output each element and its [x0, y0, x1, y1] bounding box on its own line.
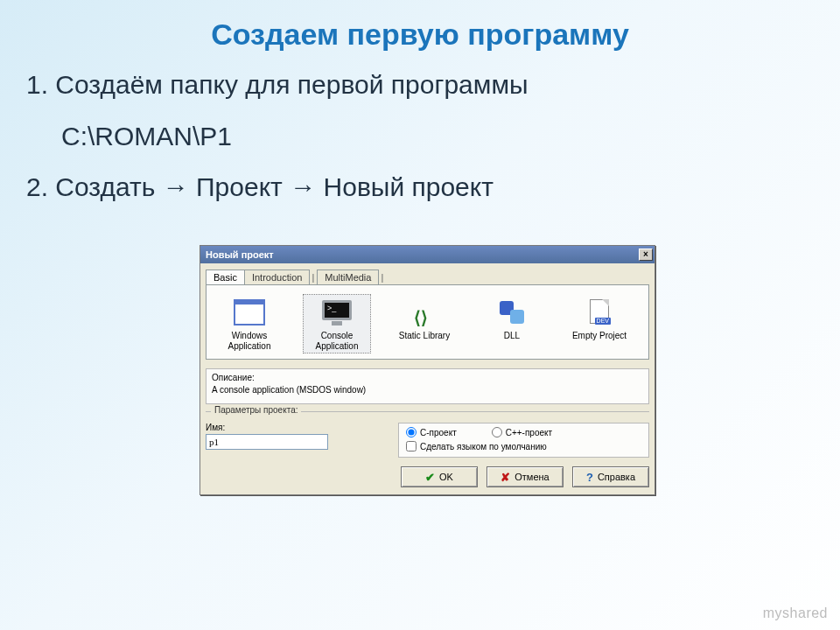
- radio-cpp-project[interactable]: C++-проект: [492, 427, 552, 438]
- close-button[interactable]: ×: [639, 248, 653, 261]
- step-2-prefix: 2. Создать: [26, 172, 163, 201]
- description-box: Описание: A console application (MSDOS w…: [206, 368, 649, 404]
- arrow-icon: →: [163, 172, 189, 201]
- tab-multimedia[interactable]: MultiMedia: [317, 270, 379, 284]
- radio-c-label: C-проект: [420, 428, 457, 438]
- folder-path: C:\ROMAN\P1: [61, 119, 822, 155]
- tab-strip: Basic Introduction | MultiMedia |: [206, 267, 649, 284]
- template-label: DLL: [480, 331, 543, 341]
- radio-c-input[interactable]: [406, 427, 416, 438]
- template-dll[interactable]: DLL: [478, 294, 546, 354]
- new-project-dialog: Новый проект × Basic Introduction | Mult…: [200, 245, 655, 495]
- tab-introduction[interactable]: Introduction: [244, 270, 310, 284]
- project-params: Параметры проекта: Имя: C-проект: [206, 411, 649, 487]
- radio-cpp-label: C++-проект: [506, 428, 552, 438]
- cancel-label: Отмена: [514, 472, 549, 482]
- radio-c-project[interactable]: C-проект: [406, 427, 457, 438]
- template-console-app[interactable]: Console Application: [303, 294, 371, 354]
- checkbox-default-label: Сделать языком по умолчанию: [420, 442, 547, 452]
- ok-button[interactable]: ✔ OK: [401, 466, 478, 487]
- puzzle-icon: [494, 298, 529, 327]
- name-label: Имя:: [206, 423, 381, 432]
- checkbox-default-language[interactable]: Сделать языком по умолчанию: [406, 441, 641, 452]
- step-2-suffix: Новый проект: [316, 172, 494, 201]
- dialog-title: Новый проект: [206, 249, 274, 260]
- template-empty-project[interactable]: DEV Empty Project: [565, 294, 634, 354]
- tab-separator: |: [309, 272, 317, 284]
- template-label: Empty Project: [568, 331, 631, 341]
- checkbox-default-input[interactable]: [406, 441, 416, 452]
- template-static-library[interactable]: ⟨⟩ Static Library: [390, 294, 458, 354]
- window-icon: [232, 298, 267, 327]
- template-label: Console Application: [305, 331, 368, 351]
- watermark: myshared: [763, 606, 828, 621]
- template-label: Windows Application: [218, 331, 281, 351]
- step-2-mid: Проект: [189, 172, 290, 201]
- arrow-icon: →: [290, 172, 316, 201]
- check-icon: ✔: [425, 471, 435, 484]
- slide-title: Создаем первую программу: [0, 18, 840, 52]
- help-label: Справка: [598, 472, 635, 482]
- dialog-titlebar[interactable]: Новый проект ×: [200, 246, 654, 263]
- x-icon: ✘: [500, 471, 510, 484]
- page-icon: DEV: [582, 298, 617, 327]
- cancel-button[interactable]: ✘ Отмена: [486, 466, 564, 487]
- tab-separator: |: [378, 272, 386, 284]
- description-text: A console application (MSDOS window): [212, 385, 643, 395]
- description-label: Описание:: [212, 373, 643, 382]
- project-name-input[interactable]: [206, 434, 328, 450]
- console-icon: [319, 298, 354, 327]
- chain-icon: ⟨⟩: [407, 298, 442, 327]
- template-windows-app[interactable]: Windows Application: [215, 294, 284, 354]
- templates-pane: Windows Application Console Application …: [206, 284, 649, 360]
- radio-cpp-input[interactable]: [492, 427, 502, 438]
- tab-basic[interactable]: Basic: [206, 270, 245, 284]
- step-1-text: 1. Создаём папку для первой программы: [26, 67, 822, 103]
- template-label: Static Library: [393, 331, 456, 341]
- params-legend: Параметры проекта:: [211, 405, 301, 415]
- help-button[interactable]: ? Справка: [572, 466, 649, 487]
- question-icon: ?: [586, 471, 593, 484]
- step-2-text: 2. Создать → Проект → Новый проект: [26, 170, 822, 206]
- language-options: C-проект C++-проект Сделать языком по ум…: [398, 423, 649, 458]
- ok-label: OK: [439, 472, 453, 482]
